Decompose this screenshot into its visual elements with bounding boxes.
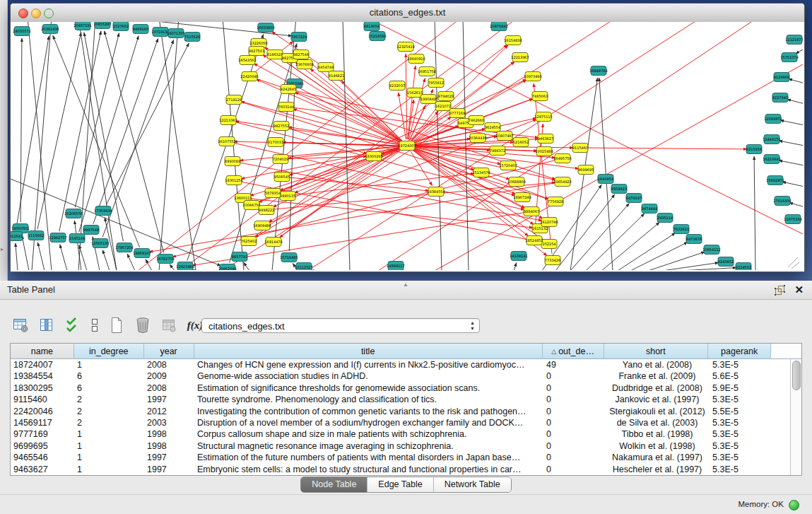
cell-name[interactable]: 18724007 (11, 359, 74, 370)
graph-edge[interactable] (79, 245, 87, 270)
graph-node[interactable]: 16107552 (218, 137, 235, 146)
cell-name[interactable]: 14569117 (11, 417, 74, 428)
network-window-titlebar[interactable]: citations_edges.txt (11, 4, 804, 23)
cell-indegree[interactable]: 1 (74, 464, 144, 475)
graph-node[interactable]: 9699695 (578, 165, 594, 175)
graph-node[interactable]: 22420046 (240, 72, 258, 81)
cell-title[interactable]: Embryonic stem cells: a model to study s… (194, 464, 543, 475)
vertical-scrollbar[interactable] (790, 359, 801, 475)
graph-node[interactable]: 8186328 (267, 50, 283, 59)
graph-edge[interactable] (779, 141, 803, 146)
graph-node[interactable]: 7857224 (291, 33, 307, 42)
cell-short[interactable]: Jankovic et al. (1997) (605, 394, 710, 405)
cell-year[interactable]: 2012 (144, 406, 194, 417)
graph-edge[interactable] (159, 22, 196, 270)
graph-node[interactable]: 8990135 (280, 192, 295, 201)
graph-node[interactable]: 18907249 (513, 193, 531, 202)
graph-edge[interactable] (789, 79, 803, 84)
graph-node[interactable]: 7733426 (545, 256, 560, 265)
graph-node[interactable]: 18524851 (525, 236, 543, 245)
graph-node[interactable]: 12923488 (176, 262, 194, 271)
graph-node[interactable]: 9857791 (232, 252, 247, 262)
graph-node[interactable]: 3624554 (485, 123, 500, 132)
cell-short[interactable]: Stergiakouli et al. (2012) (605, 406, 710, 417)
cell-short[interactable]: Yano et al. (2008) (605, 359, 710, 370)
cell-title[interactable]: Changes of HCN gene expression and I(f) … (194, 359, 543, 370)
graph-node[interactable]: 252254 (541, 240, 557, 249)
column-header-indegree[interactable]: in_degree (74, 344, 144, 359)
cell-name[interactable]: 22420046 (11, 406, 74, 417)
graph-edge[interactable] (782, 182, 803, 187)
graph-node[interactable]: 17957254 (115, 243, 133, 252)
graph-node[interactable]: 16495756 (553, 154, 571, 163)
cell-outde[interactable]: 0 (543, 440, 605, 452)
cell-title[interactable]: Disruption of a novel member of a sodium… (194, 417, 543, 428)
row-height-icon[interactable] (90, 316, 100, 334)
graph-node[interactable]: 14569117 (387, 262, 404, 271)
graph-node[interactable]: 10112527 (295, 263, 312, 271)
column-header-title[interactable]: title (194, 344, 543, 359)
cell-short[interactable]: Nakamura et al. (1997) (605, 452, 710, 463)
cell-outde[interactable]: 0 (543, 428, 605, 440)
graph-edge[interactable] (599, 78, 613, 270)
graph-node[interactable]: 1115682 (28, 231, 44, 240)
table-row[interactable]: 969969511998Structural magnetic resonanc… (11, 440, 791, 452)
graph-node[interactable]: 9242845 (281, 85, 296, 94)
graph-node[interactable]: 16154838 (504, 36, 522, 45)
table-row[interactable]: 1830029562008Estimation of significance … (11, 382, 791, 394)
graph-edge[interactable] (106, 43, 189, 205)
float-window-icon[interactable] (774, 284, 786, 296)
graph-edge[interactable] (555, 194, 615, 270)
column-header-pagerank[interactable]: pagerank (708, 344, 771, 359)
table-row[interactable]: 977716911998Corpus callosum shape and si… (11, 428, 791, 440)
cell-title[interactable]: Structural magnetic resonance image aver… (194, 440, 543, 452)
graph-node[interactable]: 10654112 (702, 245, 720, 255)
graph-node[interactable]: 10655287 (93, 22, 111, 29)
graph-node[interactable]: 10807487 (495, 132, 513, 141)
graph-node[interactable]: 15716485 (280, 253, 298, 262)
graph-node[interactable]: 23676608 (295, 60, 313, 69)
cell-year[interactable]: 1997 (144, 394, 194, 405)
graph-edge[interactable] (787, 99, 803, 105)
graph-node[interactable]: 15720407 (499, 161, 517, 170)
graph-node[interactable]: 12325419 (396, 42, 414, 52)
graph-node[interactable]: 2718126 (226, 95, 242, 105)
graph-hub-node[interactable]: 18724007 (398, 141, 416, 151)
cell-outde[interactable]: 0 (543, 406, 605, 417)
table-row[interactable]: 1456911722003Disruption of a novel membe… (11, 417, 791, 428)
cell-year[interactable]: 1997 (144, 452, 194, 463)
graph-node[interactable]: 9794028 (438, 92, 454, 101)
graph-node[interactable]: 9115460 (572, 144, 588, 153)
graph-node[interactable]: 18640910 (407, 54, 425, 64)
graph-node[interactable]: 17016504 (773, 197, 791, 206)
graph-edge[interactable] (244, 262, 249, 270)
graph-node[interactable]: 1545194 (69, 234, 85, 243)
graph-edge[interactable] (680, 268, 736, 270)
graph-edge[interactable] (172, 160, 557, 257)
cell-indegree[interactable]: 6 (74, 382, 144, 394)
graph-node[interactable]: 20206576 (64, 209, 82, 218)
column-header-short[interactable]: short (604, 344, 709, 359)
import-table-icon[interactable] (160, 316, 178, 334)
graph-edge[interactable] (37, 33, 81, 229)
graph-edge[interactable] (159, 22, 179, 270)
graph-node[interactable]: 3170031 (268, 138, 283, 147)
graph-edge[interactable] (11, 179, 221, 266)
graph-edge[interactable] (789, 203, 803, 208)
graph-node[interactable]: 12505135 (91, 239, 109, 248)
cell-year[interactable]: 1997 (144, 464, 194, 475)
cell-indegree[interactable]: 1 (74, 428, 144, 440)
graph-node[interactable]: 24035571 (13, 27, 30, 36)
graph-edge[interactable] (779, 160, 803, 166)
graph-edge[interactable] (796, 47, 803, 54)
graph-node[interactable]: 16120746 (540, 218, 558, 227)
cell-indegree[interactable]: 2 (74, 417, 144, 428)
graph-node[interactable]: 16543562 (238, 56, 256, 65)
network-canvas[interactable]: 2403557120391436209371911065528715276029… (11, 22, 804, 271)
cell-pagerank[interactable]: 5.3E-5 (710, 417, 772, 428)
cell-indegree[interactable]: 2 (74, 394, 144, 405)
create-column-icon[interactable] (107, 316, 126, 334)
graph-edge[interactable] (16, 243, 18, 270)
graph-node[interactable]: 18300295 (365, 152, 382, 161)
table-row[interactable]: 946362711997Embryonic stem cells: a mode… (11, 464, 791, 475)
